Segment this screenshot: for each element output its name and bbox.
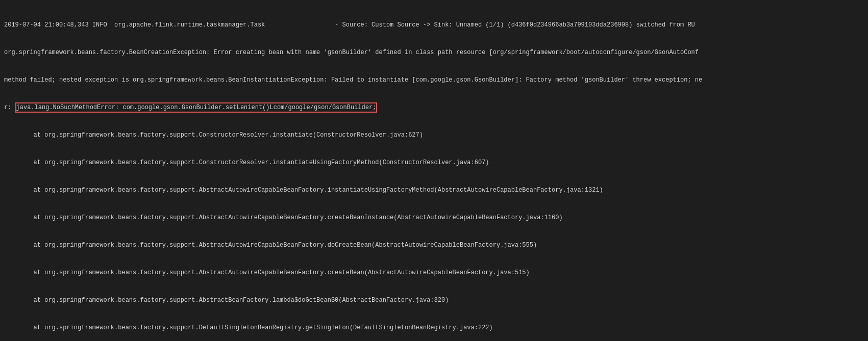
line4-prefix: r: (4, 104, 15, 111)
log-line-7: at org.springframework.beans.factory.sup… (4, 186, 864, 195)
log-line-10: at org.springframework.beans.factory.sup… (4, 268, 864, 277)
log-line-2: org.springframework.beans.factory.BeanCr… (4, 48, 864, 57)
log-line-4: r: java.lang.NoSuchMethodError: com.goog… (4, 103, 864, 112)
log-line-6: at org.springframework.beans.factory.sup… (4, 158, 864, 167)
highlighted-nosuchmethoderror: java.lang.NoSuchMethodError: com.google.… (15, 102, 378, 113)
log-line-5: at org.springframework.beans.factory.sup… (4, 130, 864, 140)
log-line-12: at org.springframework.beans.factory.sup… (4, 323, 864, 332)
log-container: 2019-07-04 21:00:48,343 INFO org.apache.… (0, 0, 868, 341)
log-line-3: method failed; nested exception is org.s… (4, 75, 864, 85)
log-line-8: at org.springframework.beans.factory.sup… (4, 213, 864, 222)
log-line-11: at org.springframework.beans.factory.sup… (4, 296, 864, 305)
log-line-1: 2019-07-04 21:00:48,343 INFO org.apache.… (4, 20, 864, 30)
log-line-9: at org.springframework.beans.factory.sup… (4, 241, 864, 250)
